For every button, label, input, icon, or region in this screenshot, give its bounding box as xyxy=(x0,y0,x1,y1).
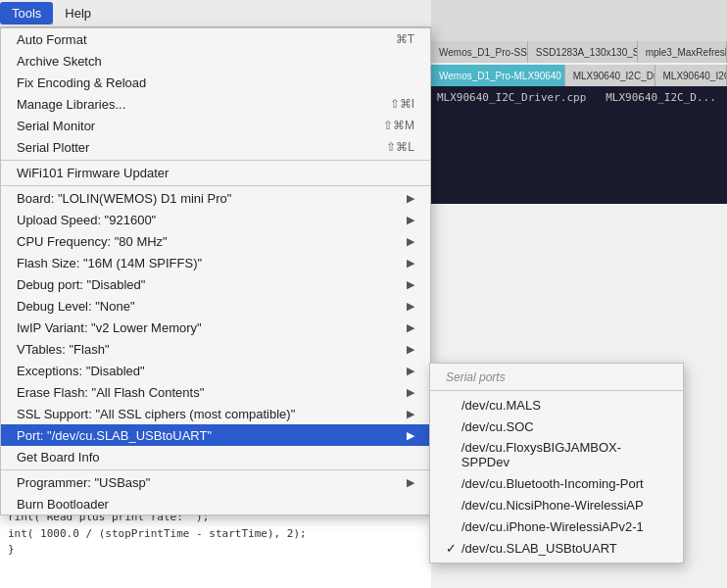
menu-item-label: Debug Level: "None" xyxy=(17,299,135,314)
port-item-mals[interactable]: /dev/cu.MALS xyxy=(430,394,683,416)
port-item-bluetooth[interactable]: /dev/cu.Bluetooth-Incoming-Port xyxy=(430,472,683,494)
port-label: /dev/cu.SLAB_USBtoUART xyxy=(461,541,617,556)
submenu-arrow-icon: ▶ xyxy=(407,408,414,420)
port-item-soc[interactable]: /dev/cu.SOC xyxy=(430,416,683,437)
submenu-header: Serial ports xyxy=(430,368,683,387)
menu-item-exceptions[interactable]: Exceptions: "Disabled"▶ xyxy=(1,360,430,381)
ide-tab[interactable]: Wemos_D1_Pro-MLX90640 | Arduino 1.8... xyxy=(431,65,565,86)
menu-item-label: Fix Encoding & Reload xyxy=(17,75,146,90)
menu-item-label: Manage Libraries... xyxy=(17,97,125,112)
submenu-arrow-icon: ▶ xyxy=(407,192,414,205)
browser-toolbar xyxy=(431,0,727,41)
menu-item-upload-speed[interactable]: Upload Speed: "921600"▶ xyxy=(1,209,430,230)
submenu-arrow-icon: ▶ xyxy=(407,278,414,291)
menu-item-burn-bootloader[interactable]: Burn Bootloader xyxy=(1,493,430,514)
output-line: MLX90640_I2C_Driver.cpp MLX90640_I2C_D..… xyxy=(437,90,721,105)
submenu-arrow-icon: ▶ xyxy=(407,476,414,489)
menu-item-vtables[interactable]: VTables: "Flash"▶ xyxy=(1,338,430,360)
menu-item-label: Debug port: "Disabled" xyxy=(17,277,145,292)
menu-item-flash-size[interactable]: Flash Size: "16M (14M SPIFFS)"▶ xyxy=(1,252,430,273)
menu-bar: Tools Help xyxy=(0,0,431,27)
submenu-arrow-icon: ▶ xyxy=(407,365,414,377)
port-label: /dev/cu.NicsiPhone-WirelessiAP xyxy=(461,498,644,513)
submenu-arrow-icon: ▶ xyxy=(407,235,414,248)
ide-output: MLX90640_I2C_Driver.cpp MLX90640_I2C_D..… xyxy=(431,86,727,204)
menu-item-serial-plotter[interactable]: Serial Plotter⇧⌘L xyxy=(1,136,430,158)
menu-item-label: Serial Monitor xyxy=(17,119,95,133)
submenu-arrow-icon: ▶ xyxy=(407,343,414,356)
port-label: /dev/cu.Bluetooth-Incoming-Port xyxy=(461,476,644,491)
menu-item-board[interactable]: Board: "LOLIN(WEMOS) D1 mini Pro"▶ xyxy=(1,185,430,209)
menu-item-label: CPU Frequency: "80 MHz" xyxy=(17,234,168,249)
menu-item-shortcut: ⇧⌘L xyxy=(386,140,414,154)
menu-item-label: Auto Format xyxy=(17,32,87,47)
menu-item-label: SSL Support: "All SSL ciphers (most comp… xyxy=(17,407,295,421)
port-item-nics[interactable]: /dev/cu.NicsiPhone-WirelessiAP xyxy=(430,494,683,515)
code-line: int( 1000.0 / (stopPrintTime - startTime… xyxy=(8,526,423,543)
menu-item-fix-encoding[interactable]: Fix Encoding & Reload xyxy=(1,72,430,93)
menu-item-label: Programmer: "USBasp" xyxy=(17,475,150,490)
menu-item-label: Exceptions: "Disabled" xyxy=(17,364,145,378)
checkmark-icon: ✓ xyxy=(446,541,461,556)
menu-item-label: Upload Speed: "921600" xyxy=(17,213,156,227)
port-label: /dev/cu.SOC xyxy=(461,419,534,434)
code-line: } xyxy=(8,542,423,559)
ide-tab[interactable]: MLX90640_I2C_Driver.cpp xyxy=(565,65,655,86)
submenu-arrow-icon: ▶ xyxy=(407,429,414,442)
menu-item-shortcut: ⇧⌘I xyxy=(390,97,414,111)
submenu-arrow-icon: ▶ xyxy=(407,214,414,226)
ide-tab[interactable]: SSD1283A_130x130_SPI_LCD_Demo | Arduino.… xyxy=(528,41,638,63)
menu-item-erase-flash[interactable]: Erase Flash: "All Flash Contents"▶ xyxy=(1,381,430,403)
menu-item-label: Burn Bootloader xyxy=(17,497,109,512)
menu-item-debug-level[interactable]: Debug Level: "None"▶ xyxy=(1,295,430,317)
menu-item-port[interactable]: Port: "/dev/cu.SLAB_USBtoUART"▶ xyxy=(1,424,430,446)
menu-item-label: IwIP Variant: "v2 Lower Memory" xyxy=(17,320,202,335)
menu-item-label: Serial Plotter xyxy=(17,140,89,155)
port-item-floxy[interactable]: /dev/cu.FloxysBIGJAMBOX-SPPDev xyxy=(430,437,683,472)
menu-item-archive-sketch[interactable]: Archive Sketch xyxy=(1,50,430,72)
menu-item-manage-libraries[interactable]: Manage Libraries...⇧⌘I xyxy=(1,93,430,115)
menu-item-shortcut: ⌘T xyxy=(396,32,414,46)
menu-item-label: Board: "LOLIN(WEMOS) D1 mini Pro" xyxy=(17,191,231,206)
submenu-arrow-icon: ▶ xyxy=(407,321,414,334)
ide-tab-bar-2: Wemos_D1_Pro-MLX90640 | Arduino 1.8...ML… xyxy=(431,65,727,86)
menu-item-cpu-freq[interactable]: CPU Frequency: "80 MHz"▶ xyxy=(1,230,430,252)
menu-item-label: Port: "/dev/cu.SLAB_USBtoUART" xyxy=(17,428,212,443)
port-label: /dev/cu.MALS xyxy=(461,398,541,413)
menu-item-debug-port[interactable]: Debug port: "Disabled"▶ xyxy=(1,273,430,295)
menu-item-label: Flash Size: "16M (14M SPIFFS)" xyxy=(17,256,202,270)
menu-item-wifi-updater[interactable]: WiFi101 Firmware Updater xyxy=(1,160,430,183)
menu-item-shortcut: ⇧⌘M xyxy=(383,119,414,132)
ide-tab[interactable]: MLX90640_I2C_D... xyxy=(655,65,727,86)
menu-item-lwip[interactable]: IwIP Variant: "v2 Lower Memory"▶ xyxy=(1,317,430,338)
tools-dropdown: Auto Format⌘TArchive SketchFix Encoding … xyxy=(0,27,431,515)
menu-item-label: WiFi101 Firmware Updater xyxy=(17,166,169,180)
menu-item-serial-monitor[interactable]: Serial Monitor⇧⌘M xyxy=(1,115,430,136)
menu-item-get-board-info[interactable]: Get Board Info xyxy=(1,446,430,467)
submenu-arrow-icon: ▶ xyxy=(407,300,414,313)
submenu-arrow-icon: ▶ xyxy=(407,386,414,399)
port-submenu: Serial ports/dev/cu.MALS/dev/cu.SOC/dev/… xyxy=(429,363,684,564)
port-label: /dev/cu.FloxysBIGJAMBOX-SPPDev xyxy=(461,440,667,469)
menu-item-label: Get Board Info xyxy=(17,450,100,465)
menu-item-label: Erase Flash: "All Flash Contents" xyxy=(17,385,204,400)
menu-item-label: VTables: "Flash" xyxy=(17,342,110,357)
port-item-iphone-v1[interactable]: /dev/cu.iPhone-WirelessiAPv2-1 xyxy=(430,515,683,537)
port-label: /dev/cu.iPhone-WirelessiAPv2-1 xyxy=(461,519,644,534)
port-item-slab[interactable]: ✓/dev/cu.SLAB_USBtoUART xyxy=(430,537,683,559)
ide-tab-bar: Wemos_D1_Pro-SSD1283A | Arduino 1.8.7SSD… xyxy=(431,41,727,63)
ide-tab[interactable]: Wemos_D1_Pro-SSD1283A | Arduino 1.8.7 xyxy=(431,41,528,63)
menu-item-programmer[interactable]: Programmer: "USBasp"▶ xyxy=(1,469,430,493)
menu-item-label: Archive Sketch xyxy=(17,54,102,69)
ide-tab[interactable]: mple3_MaxRefreshRate | Arduino 1.8.7 xyxy=(638,41,727,63)
menu-item-auto-format[interactable]: Auto Format⌘T xyxy=(1,28,430,50)
submenu-arrow-icon: ▶ xyxy=(407,257,414,270)
menu-help[interactable]: Help xyxy=(53,2,103,24)
menu-tools[interactable]: Tools xyxy=(0,2,53,24)
menu-item-ssl-support[interactable]: SSL Support: "All SSL ciphers (most comp… xyxy=(1,403,430,424)
